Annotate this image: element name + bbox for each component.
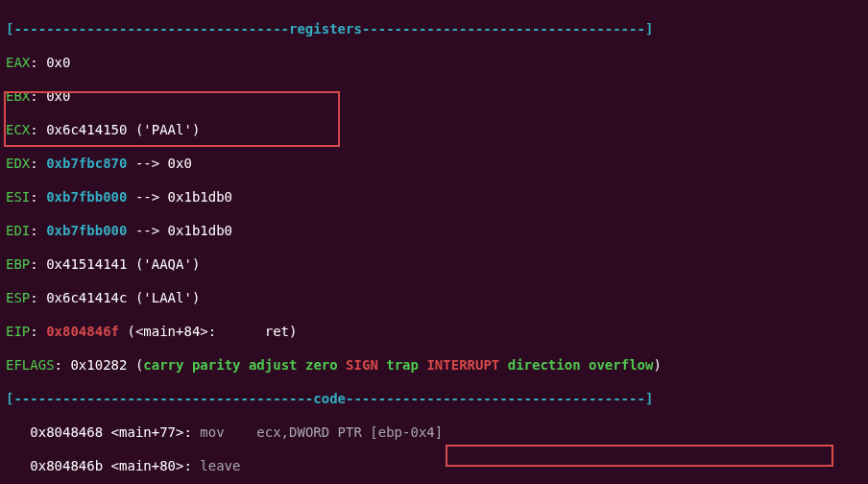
esi-row: ESI: 0xb7fbb000 --> 0x1b1db0 — [6, 189, 862, 206]
code-line-1: 0x804846b <main+80>: leave — [6, 458, 862, 475]
eip-row: EIP: 0x804846f (<main+84>: ret) — [6, 324, 862, 341]
eax-row: EAX: 0x0 — [6, 55, 862, 72]
esp-row: ESP: 0x6c41414c ('LAAl') — [6, 290, 862, 307]
edi-row: EDI: 0xb7fbb000 --> 0x1b1db0 — [6, 223, 862, 240]
ecx-row: ECX: 0x6c414150 ('PAAl') — [6, 122, 862, 139]
ebp-row: EBP: 0x41514141 ('AAQA') — [6, 256, 862, 274]
code-section: [-------------------------------------co… — [6, 391, 862, 408]
ebx-row: EBX: 0x0 — [6, 88, 862, 106]
edx-row: EDX: 0xb7fbc870 --> 0x0 — [6, 156, 862, 173]
eflags-row: EFLAGS: 0x10282 (carry parity adjust zer… — [6, 357, 862, 375]
registers-section: [----------------------------------regis… — [6, 21, 862, 38]
terminal-output: [----------------------------------regis… — [0, 0, 868, 484]
code-line-0: 0x8048468 <main+77>: mov ecx,DWORD PTR [… — [6, 424, 862, 442]
